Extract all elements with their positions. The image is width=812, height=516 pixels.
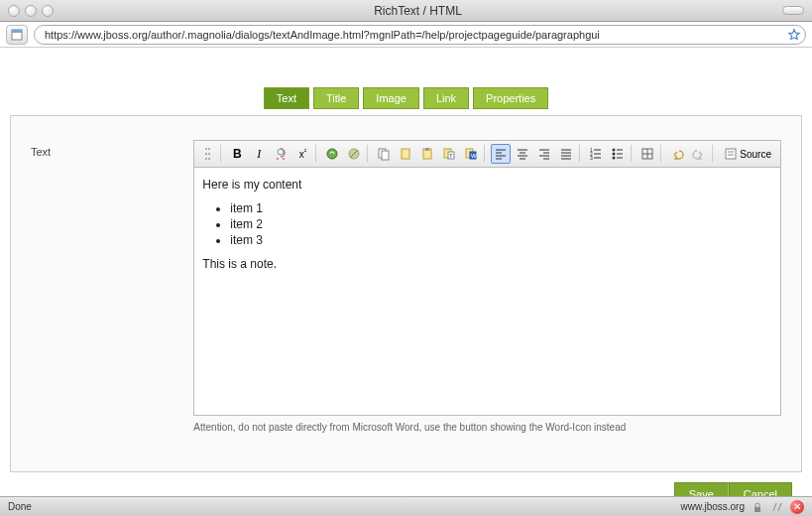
tab-image[interactable]: Image — [363, 87, 419, 109]
page-tab-icon[interactable] — [6, 25, 28, 45]
numbered-list-button[interactable]: 123 — [586, 144, 606, 164]
tab-link[interactable]: Link — [423, 87, 469, 109]
link-button[interactable] — [322, 144, 342, 164]
dialog-tabs: Text Title Image Link Properties — [10, 87, 802, 109]
svg-point-6 — [208, 153, 210, 155]
undo-button[interactable] — [667, 144, 687, 164]
table-button[interactable] — [638, 144, 657, 164]
bookmark-star-icon[interactable] — [787, 28, 801, 42]
svg-rect-14 — [402, 149, 409, 159]
field-label: Text — [31, 140, 193, 158]
unlink-button[interactable] — [344, 144, 364, 164]
paste-text-button[interactable]: T — [439, 144, 459, 164]
editor-toolbar: B I x² T W — [193, 140, 781, 168]
svg-point-47 — [613, 153, 616, 156]
editor-list: item 1 item 2 item 3 — [230, 201, 772, 247]
zoom-window-button[interactable] — [42, 5, 54, 17]
align-justify-button[interactable] — [556, 144, 576, 164]
window-title: RichText / HTML — [54, 4, 782, 18]
paste-button[interactable] — [417, 144, 437, 164]
lock-icon — [751, 500, 764, 514]
bold-button[interactable]: B — [227, 144, 247, 164]
close-window-button[interactable] — [8, 5, 20, 17]
svg-text:T: T — [449, 153, 453, 159]
editor-paragraph: Here is my content — [202, 178, 772, 192]
richtext-editor[interactable]: Here is my content item 1 item 2 item 3 … — [193, 168, 781, 416]
url-field[interactable]: https://www.jboss.org/author/.magnolia/d… — [34, 25, 806, 45]
window-pill-button[interactable] — [782, 6, 804, 15]
script-icon — [770, 500, 784, 514]
tab-text[interactable]: Text — [264, 87, 309, 109]
svg-rect-57 — [754, 507, 760, 512]
list-item: item 1 — [230, 201, 772, 215]
minimize-window-button[interactable] — [25, 5, 37, 17]
italic-button[interactable]: I — [249, 144, 269, 164]
align-center-button[interactable] — [513, 144, 532, 164]
align-right-button[interactable] — [534, 144, 554, 164]
bullet-list-button[interactable] — [608, 144, 628, 164]
svg-point-4 — [205, 158, 207, 160]
svg-rect-16 — [425, 148, 429, 151]
editor-paragraph: This is a note. — [202, 257, 772, 271]
tab-properties[interactable]: Properties — [473, 87, 548, 109]
svg-point-5 — [208, 148, 210, 150]
status-bar: Done www.jboss.org ✕ — [0, 496, 812, 516]
address-bar: https://www.jboss.org/author/.magnolia/d… — [0, 22, 812, 48]
svg-rect-1 — [12, 30, 22, 33]
svg-rect-13 — [382, 151, 389, 160]
window-titlebar: RichText / HTML — [0, 0, 812, 22]
tab-panel: Text B I x² T W — [10, 115, 802, 472]
error-icon[interactable]: ✕ — [790, 500, 804, 514]
toolbar-grip-icon — [197, 144, 217, 164]
svg-text:W: W — [471, 153, 477, 159]
svg-point-49 — [613, 157, 616, 160]
window-controls — [8, 5, 54, 17]
svg-point-8 — [278, 149, 284, 155]
redo-button[interactable] — [689, 144, 709, 164]
svg-point-2 — [205, 148, 207, 150]
cut-button[interactable] — [396, 144, 415, 164]
copy-button[interactable] — [374, 144, 394, 164]
status-host: www.jboss.org — [681, 501, 745, 512]
svg-point-45 — [613, 149, 616, 152]
svg-point-9 — [327, 149, 337, 159]
svg-point-7 — [208, 158, 210, 160]
status-text: Done — [8, 501, 32, 512]
url-text: https://www.jboss.org/author/.magnolia/d… — [45, 29, 600, 41]
svg-text:3: 3 — [590, 155, 593, 161]
svg-rect-54 — [726, 149, 736, 159]
align-left-button[interactable] — [491, 144, 511, 164]
superscript-button[interactable]: x² — [292, 144, 312, 164]
tab-title[interactable]: Title — [313, 87, 359, 109]
special-char-button[interactable] — [271, 144, 290, 164]
paste-word-button[interactable]: W — [461, 144, 481, 164]
list-item: item 3 — [230, 233, 772, 247]
list-item: item 2 — [230, 217, 772, 231]
svg-point-3 — [205, 153, 207, 155]
source-button[interactable]: Source — [719, 144, 777, 164]
field-hint: Attention, do not paste directly from Mi… — [193, 422, 781, 433]
